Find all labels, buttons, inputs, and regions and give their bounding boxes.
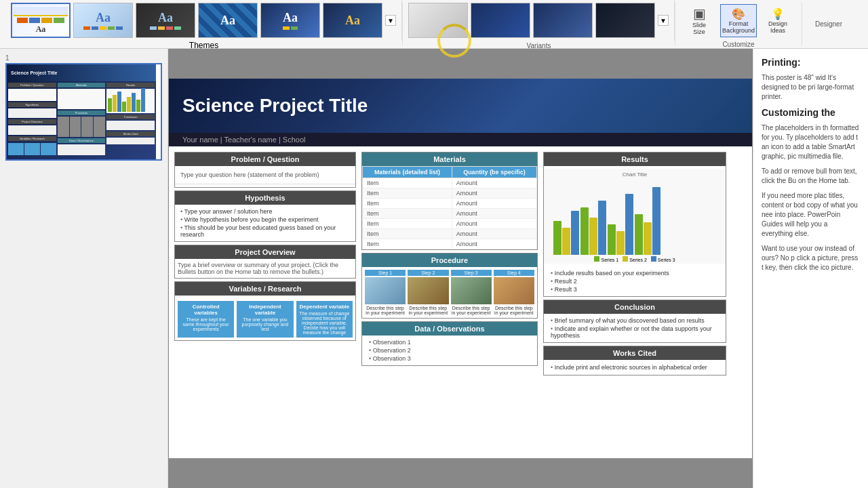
qty-cell: Amount	[452, 229, 536, 239]
result-bullet-3[interactable]: Result 3	[547, 285, 723, 293]
ribbon: Aa Aa Aa	[0, 0, 868, 49]
results-chart[interactable]: Chart Title	[544, 169, 726, 264]
format-background-button[interactable]: 🎨 FormatBackground	[720, 4, 757, 37]
table-row[interactable]: ItemAmount	[363, 188, 537, 199]
procedure-header: Procedure	[362, 253, 537, 267]
step-2[interactable]: Step 2 Describe this step in your experi…	[408, 270, 448, 315]
overview-header: Project Overview	[175, 245, 355, 259]
chart-bars	[547, 180, 723, 255]
conclusion-bullet-2[interactable]: Indicate and explain whether or not the …	[547, 325, 723, 340]
themes-collapse[interactable]: ▼	[385, 15, 396, 26]
data-section: Data / Observations Observation 1 Observ…	[361, 321, 538, 366]
table-row[interactable]: ItemAmount	[363, 229, 537, 239]
variant-4[interactable]	[595, 3, 655, 38]
theme-3[interactable]: Aa	[136, 3, 195, 38]
column-1: Problem / Question Type your question he…	[174, 152, 356, 458]
design-ideas-label: DesignIdeas	[768, 20, 787, 34]
step-1-label: Step 1	[365, 270, 406, 276]
item-cell: Item	[363, 229, 452, 239]
step-1-text: Describe this step in your experiment	[365, 306, 406, 315]
legend-item-2: Series 2	[623, 256, 647, 262]
independent-variable-box[interactable]: Independent variable The one variable yo…	[237, 301, 293, 338]
loading-spinner	[434, 20, 475, 61]
slide-number: 1	[5, 54, 162, 62]
bar-group-2	[580, 201, 606, 255]
observation-1[interactable]: Observation 1	[365, 338, 534, 346]
theme-4[interactable]: Aa	[198, 3, 258, 38]
chart-title: Chart Title	[547, 171, 723, 178]
format-background-icon: 🎨	[732, 7, 745, 20]
problem-text[interactable]: Type your question here (statement of th…	[175, 166, 355, 184]
theme-2[interactable]: Aa	[73, 3, 133, 38]
slide-subtitle[interactable]: Your name | Teacher's name | School	[169, 133, 752, 146]
theme-1-label: Aa	[36, 24, 46, 35]
hypothesis-bullet-2[interactable]: Write hypothesis before you begin the ex…	[178, 216, 353, 224]
legend-item-3: Series 3	[651, 256, 675, 262]
controlled-variable-box[interactable]: Controlled variables These are kept the …	[178, 301, 234, 338]
column-2: Materials Materials (detailed list) Quan…	[361, 152, 538, 458]
design-ideas-icon: 💡	[771, 7, 785, 20]
step-3[interactable]: Step 3 Describe this step in your experi…	[451, 270, 492, 315]
conclusion-section: Conclusion Brief summary of what you dis…	[543, 300, 726, 343]
bar-group-1	[553, 211, 579, 255]
slide-title[interactable]: Science Project Title	[182, 95, 368, 117]
item-cell: Item	[363, 209, 452, 219]
dependent-variable-label: Dependent variable	[299, 304, 350, 310]
works-cited-header: Works Cited	[544, 346, 726, 360]
works-cited-text[interactable]: Include print and electronic sources in …	[547, 363, 723, 372]
table-row[interactable]: ItemAmount	[363, 199, 537, 209]
theme-5[interactable]: Aa	[260, 3, 320, 38]
results-bullets: Include results based on your experiment…	[544, 266, 726, 296]
chart-legend: Series 1 Series 2 Series 3	[547, 256, 723, 262]
bar-g2-blue	[598, 201, 606, 255]
slide-body: Problem / Question Type your question he…	[169, 146, 752, 458]
observation-3[interactable]: Observation 3	[365, 354, 534, 363]
item-cell: Item	[363, 178, 452, 188]
dependent-variable-box[interactable]: Dependent variable The measure of change…	[296, 301, 353, 338]
variables-grid: Controlled variables These are kept the …	[175, 298, 355, 340]
works-cited-content: Include print and electronic sources in …	[544, 360, 726, 375]
right-panel: Printing: This poster is 48" wid It's de…	[753, 49, 868, 488]
hypothesis-bullet-1[interactable]: Type your answer / solution here	[178, 207, 353, 216]
bar-group-3	[608, 194, 633, 255]
overview-text[interactable]: Type a brief overview or summary of your…	[175, 259, 355, 278]
step-2-image	[408, 277, 448, 304]
variables-section: Variables / Research Controlled variable…	[174, 281, 356, 341]
controlled-variable-text: These are kept the same throughout your …	[180, 317, 231, 331]
variants-collapse[interactable]: ▼	[658, 15, 669, 26]
conclusion-header: Conclusion	[544, 300, 726, 314]
slide-thumbnail[interactable]: Science Project Title Problem / Question…	[5, 63, 162, 161]
format-background-label: FormatBackground	[722, 20, 755, 34]
data-header: Data / Observations	[362, 322, 537, 336]
table-row[interactable]: ItemAmount	[363, 209, 537, 219]
theme-6[interactable]: Aa	[323, 3, 382, 38]
printing-text: This poster is 48" wid It's designed to …	[762, 73, 860, 102]
theme-1[interactable]: Aa	[11, 3, 71, 38]
bar-g2-green	[580, 207, 589, 255]
qty-cell: Amount	[452, 199, 536, 209]
observation-2[interactable]: Observation 2	[365, 346, 534, 354]
customizing-text-2: To add or remove bull from text, click t…	[762, 167, 860, 186]
hypothesis-bullet-3[interactable]: This should be your best educated guess …	[178, 224, 353, 239]
bar-g4-green	[635, 214, 643, 255]
variant-2[interactable]	[471, 3, 530, 38]
designer-button[interactable]: Designer	[810, 18, 847, 30]
item-cell: Item	[363, 239, 452, 249]
design-ideas-button[interactable]: 💡 DesignIdeas	[760, 5, 796, 37]
step-4[interactable]: Step 4 Describe this step in your experi…	[494, 270, 534, 315]
result-bullet-2[interactable]: Result 2	[547, 277, 723, 285]
conclusion-bullet-1[interactable]: Brief summary of what you discovered bas…	[547, 317, 723, 325]
qty-cell: Amount	[452, 239, 536, 249]
variant-3[interactable]	[533, 3, 593, 38]
slide-size-label: SlideSize	[692, 22, 706, 35]
qty-cell: Amount	[452, 209, 536, 219]
table-row[interactable]: ItemAmount	[363, 239, 537, 249]
materials-header: Materials	[362, 152, 537, 166]
table-row[interactable]: ItemAmount	[363, 219, 537, 229]
slide-size-button[interactable]: ▣ SlideSize	[681, 3, 717, 38]
customize-label: Customize	[675, 41, 802, 48]
table-row[interactable]: ItemAmount	[363, 178, 537, 188]
main-area: 1 Science Project Title Problem / Questi…	[0, 49, 868, 488]
result-bullet-1[interactable]: Include results based on your experiment…	[547, 269, 723, 277]
step-1[interactable]: Step 1 Describe this step in your experi…	[365, 270, 406, 315]
